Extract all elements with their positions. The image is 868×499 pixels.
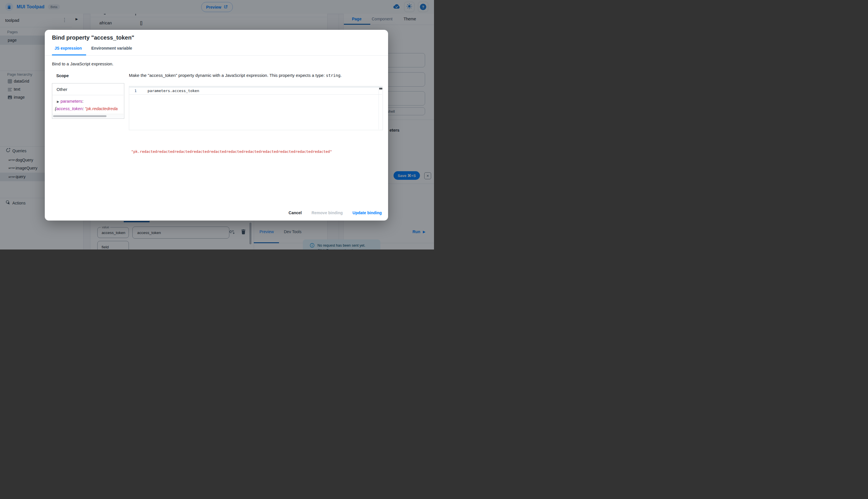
scope-label: Scope <box>56 73 69 78</box>
dialog-tabs-border <box>45 55 388 56</box>
dialog-description: Bind to a JavaScript expression. <box>52 61 114 66</box>
scope-explorer: Other ▶ parameters: {access_token: "pk.r… <box>52 83 124 119</box>
mui-toolpad-app: MUI Toolpad Beta Preview <box>0 0 434 250</box>
remove-binding-button[interactable]: Remove binding <box>311 210 343 215</box>
update-binding-button[interactable]: Update binding <box>353 210 382 215</box>
tree-expander-icon[interactable]: ▶ <box>57 100 59 103</box>
cancel-button[interactable]: Cancel <box>288 210 302 215</box>
scope-tree-parameters[interactable]: ▶ parameters: <box>57 99 84 104</box>
scope-tree-value-preview: {access_token: "pk.redactedreda <box>55 106 122 111</box>
bind-property-dialog: Bind property "access_token" JS expressi… <box>45 30 388 220</box>
scope-divider <box>52 95 123 95</box>
binding-instruction: Make the "access_token" property dynamic… <box>129 73 342 78</box>
scope-scrollbar-track <box>52 114 123 118</box>
dialog-title: Bind property "access_token" <box>52 34 134 41</box>
evaluated-result: "pk.redactedredactedredactedredactedreda… <box>131 149 332 154</box>
editor-line-number: 1 <box>129 89 136 93</box>
tab-js-expression[interactable]: JS expression <box>55 46 82 50</box>
tab-environment-variable[interactable]: Environment variable <box>91 46 132 50</box>
scope-scrollbar-thumb[interactable] <box>53 115 107 117</box>
expected-type: string <box>326 73 341 78</box>
scope-group-label: Other <box>57 87 68 92</box>
editor-code: parameters.access_token <box>147 89 199 93</box>
editor-scrollbar-thumb[interactable] <box>379 88 382 89</box>
editor-scrollbar-track <box>379 86 379 129</box>
dialog-footer: Cancel Remove binding Update binding <box>288 208 382 217</box>
js-expression-editor[interactable]: 1 parameters.access_token <box>129 86 383 130</box>
